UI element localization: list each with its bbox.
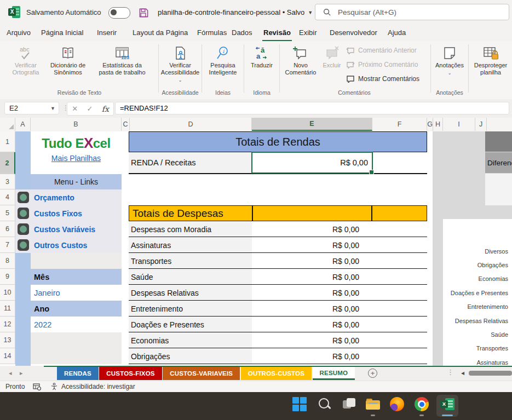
row-header-2[interactable]: 2 bbox=[0, 152, 15, 174]
sheet-tab-outros-custos[interactable]: OUTROS-CUSTOS bbox=[241, 367, 312, 380]
tab-dados[interactable]: Dados bbox=[231, 25, 254, 40]
check-accessibility-button[interactable]: Verificar Acessibilidade ⌄ bbox=[160, 43, 200, 85]
column-header-g[interactable]: G bbox=[427, 118, 433, 131]
menu-item-label[interactable]: Orçamento bbox=[34, 193, 74, 202]
thesaurus-button[interactable]: Dicionário de Sinônimos bbox=[48, 43, 88, 77]
row-header-12[interactable]: 12 bbox=[0, 317, 15, 332]
tab-layout-da-pagina[interactable]: Layout da Página bbox=[131, 25, 189, 40]
column-header-j[interactable]: J bbox=[475, 118, 487, 131]
show-comments-button[interactable]: Mostrar Comentários bbox=[346, 75, 419, 83]
translate-button[interactable]: ăa Traduzir bbox=[245, 43, 278, 70]
column-header-a[interactable]: A bbox=[15, 118, 31, 131]
despesa-row-value[interactable]: R$ 0,00 bbox=[252, 285, 372, 301]
menu-item-outros-custos[interactable]: Outros Custos bbox=[15, 237, 122, 253]
link-button-icon[interactable] bbox=[18, 223, 29, 235]
month-label-cell[interactable]: Mês bbox=[31, 269, 122, 285]
column-header-d[interactable]: D bbox=[130, 118, 252, 131]
row-header-3[interactable]: 3 bbox=[0, 174, 15, 189]
row-header-6[interactable]: 6 bbox=[0, 221, 15, 237]
year-value-cell[interactable]: 2022 bbox=[31, 317, 122, 332]
despesa-row-value[interactable]: R$ 0,00 bbox=[252, 332, 372, 348]
accessibility-status-icon[interactable] bbox=[50, 381, 58, 392]
enter-formula-icon[interactable]: ✓ bbox=[87, 105, 93, 113]
name-box[interactable]: E2 ▼ bbox=[4, 102, 59, 114]
tab-ajuda[interactable]: Ajuda bbox=[387, 25, 407, 40]
scroll-left-icon[interactable]: ◂ bbox=[461, 369, 464, 377]
excel-taskbar-button[interactable]: X bbox=[440, 397, 455, 411]
accessibility-status-text[interactable]: Acessibilidade: investigar bbox=[61, 381, 135, 392]
column-header-b[interactable]: B bbox=[31, 118, 122, 131]
file-explorer-button[interactable] bbox=[366, 397, 380, 411]
renda-label-cell[interactable]: RENDA / Receitas bbox=[129, 152, 252, 173]
unprotect-sheet-button[interactable]: Desproteger planilha bbox=[470, 43, 511, 77]
sheet-tab-rendas[interactable]: RENDAS bbox=[57, 367, 99, 380]
column-header-f[interactable]: F bbox=[372, 118, 427, 131]
fill-handle[interactable] bbox=[369, 170, 374, 175]
cancel-formula-icon[interactable]: ✕ bbox=[72, 105, 78, 113]
workbook-statistics-button[interactable]: 123 Estatísticas da pasta de trabalho bbox=[89, 43, 156, 77]
despesa-row-label[interactable]: Entretenimento bbox=[129, 301, 252, 317]
smart-lookup-button[interactable]: i Pesquisa Inteligente bbox=[203, 43, 243, 77]
row-header-5[interactable]: 5 bbox=[0, 205, 15, 221]
despesa-row-label[interactable]: Obrigações bbox=[129, 348, 252, 364]
despesa-row-label[interactable]: Transportes bbox=[129, 253, 252, 269]
despesa-row-value[interactable]: R$ 0,00 bbox=[252, 237, 372, 253]
row-header-1[interactable]: 1 bbox=[0, 131, 15, 152]
scrollbar-grip[interactable]: ⋮ bbox=[447, 368, 454, 376]
autosave-toggle[interactable] bbox=[108, 7, 130, 19]
despesa-row-value[interactable]: R$ 0,00 bbox=[252, 221, 372, 237]
despesa-row-value[interactable]: R$ 0,00 bbox=[252, 269, 372, 285]
sheet-tab-custos-fixos[interactable]: CUSTOS-FIXOS bbox=[99, 367, 162, 380]
spelling-button[interactable]: abc Verificar Ortografia bbox=[4, 43, 47, 77]
previous-comment-button[interactable]: Comentário Anterior bbox=[346, 47, 417, 54]
row-header-13[interactable]: 13 bbox=[0, 332, 15, 348]
menu-item-label[interactable]: Outros Custos bbox=[34, 241, 87, 250]
menu-item-orcamento[interactable]: Orçamento bbox=[15, 189, 122, 205]
next-comment-button[interactable]: Próximo Comentário bbox=[346, 61, 418, 68]
firefox-button[interactable] bbox=[390, 397, 404, 411]
chrome-button[interactable] bbox=[415, 397, 429, 411]
horizontal-scrollbar-thumb[interactable] bbox=[469, 371, 512, 376]
excel-app-icon[interactable]: X bbox=[8, 6, 20, 18]
document-title[interactable]: planilha-de-controle-financeiro-pessoal … bbox=[158, 0, 313, 25]
insert-function-icon[interactable]: fx bbox=[102, 105, 109, 113]
row-header-7[interactable]: 7 bbox=[0, 237, 15, 253]
despesa-row-label[interactable]: Despesas com Moradia bbox=[129, 221, 252, 237]
search-input[interactable] bbox=[337, 8, 481, 17]
menu-item-label[interactable]: Custos Variáveis bbox=[34, 225, 95, 234]
search-box[interactable] bbox=[315, 4, 509, 20]
despesa-row-label[interactable]: Economias bbox=[129, 332, 252, 348]
sheet-nav-right-icon[interactable]: ▸ bbox=[20, 370, 23, 377]
chart-area[interactable]: Diversos Obrigações Economias Doações e … bbox=[443, 219, 512, 366]
column-header-h[interactable]: H bbox=[433, 118, 443, 131]
despesa-row-label[interactable]: Saúde bbox=[129, 269, 252, 285]
task-view-button[interactable] bbox=[342, 397, 356, 411]
mais-planilhas-link[interactable]: Mais Planilhas bbox=[51, 154, 101, 163]
despesa-row-label[interactable]: Assinaturas bbox=[129, 237, 252, 253]
empty-cell[interactable] bbox=[31, 253, 122, 269]
sheet-tab-custos-variaveis[interactable]: CUSTOS-VARIAVEIS bbox=[163, 367, 240, 380]
despesas-title-band[interactable]: Totais de Despesas bbox=[129, 205, 427, 221]
diferenca-cell[interactable]: Diferença bbox=[485, 152, 512, 173]
select-all-corner[interactable] bbox=[0, 118, 15, 131]
tab-desenvolvedor[interactable]: Desenvolvedor bbox=[329, 25, 378, 40]
sheet-tab-resumo-active[interactable]: RESUMO bbox=[313, 367, 355, 380]
delete-comment-button[interactable]: Excluir bbox=[320, 43, 343, 70]
menu-item-label[interactable]: Custos Fixos bbox=[34, 209, 82, 218]
row-header-10[interactable]: 10 bbox=[0, 285, 15, 301]
despesa-row-value[interactable]: R$ 0,00 bbox=[252, 348, 372, 364]
column-header-e[interactable]: E bbox=[252, 118, 372, 131]
row-header-11[interactable]: 11 bbox=[0, 301, 15, 317]
tab-arquivo[interactable]: Arquivo bbox=[5, 25, 32, 40]
save-button[interactable] bbox=[137, 6, 150, 19]
month-value-cell[interactable]: Janeiro bbox=[31, 285, 122, 301]
despesa-row-label[interactable]: Despesas Relativas bbox=[129, 285, 252, 301]
row-header-4[interactable]: 4 bbox=[0, 189, 15, 205]
link-button-icon[interactable] bbox=[18, 239, 29, 251]
row-header-14[interactable]: 14 bbox=[0, 348, 15, 364]
status-mode[interactable]: Pronto bbox=[5, 381, 25, 392]
empty-cell[interactable] bbox=[31, 332, 122, 364]
start-button[interactable] bbox=[292, 397, 307, 411]
rendas-title-band[interactable]: Totais de Rendas bbox=[129, 131, 427, 152]
tab-revisao[interactable]: Revisão bbox=[262, 25, 292, 41]
